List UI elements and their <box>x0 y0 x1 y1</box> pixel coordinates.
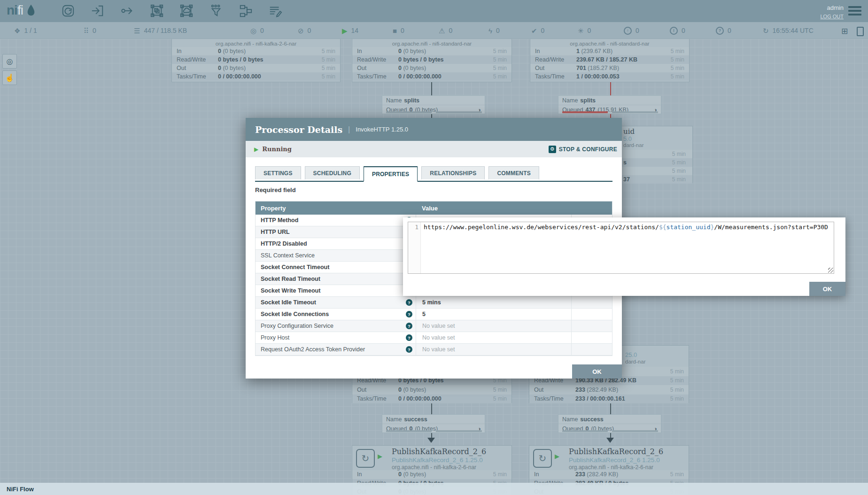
backpressure-object-bar <box>562 111 608 113</box>
editor-code[interactable]: https://www.pegelonline.wsv.de/webservic… <box>421 222 834 273</box>
property-row[interactable]: Socket Idle Connections?5 <box>256 309 612 320</box>
tab-properties[interactable]: PROPERTIES <box>364 166 418 182</box>
status-transmitting: ◎0 <box>250 22 264 39</box>
gear-icon: ⚙ <box>549 146 556 153</box>
run-status-label: Running <box>262 146 292 153</box>
property-value[interactable]: No value set <box>416 332 571 343</box>
global-menu-button[interactable] <box>848 6 861 17</box>
process-group-drag-icon[interactable] <box>150 4 164 18</box>
property-name: Socket Idle Timeout <box>261 299 406 306</box>
status-locally-modified-stale: !0 <box>670 22 685 39</box>
processor-title-fragment: uid <box>623 127 635 136</box>
backpressure-size-bar <box>436 111 482 113</box>
logout-link[interactable]: LOG OUT <box>820 14 844 19</box>
dialog-title-divider: | <box>348 125 350 134</box>
property-name: Proxy Configuration Service <box>261 323 406 329</box>
stat-row: Read/Write239.67 KB / 185.27 KB5 min <box>530 55 689 64</box>
connection-label[interactable]: NamesuccessQueued0(0 bytes)◑ <box>382 414 485 433</box>
property-row[interactable]: Request OAuth2 Access Token Provider?No … <box>256 344 612 356</box>
connection-label[interactable]: NamesplitsQueued0(0 bytes)◑ <box>382 95 485 114</box>
running-icon: ▶ <box>555 453 559 460</box>
nifi-application: ◎ ☝ org.apache.nifi - nifi-kafka-2-6-nar… <box>0 0 868 495</box>
tab-relationships[interactable]: RELATIONSHIPS <box>421 166 485 179</box>
processor-drag-icon[interactable] <box>61 4 75 18</box>
dialog-header: Processor Details | InvokeHTTP 1.25.0 <box>246 118 622 141</box>
status-sync-failure: ?0 <box>716 22 731 39</box>
property-value[interactable]: 5 mins <box>416 297 571 308</box>
help-icon[interactable]: ? <box>406 299 412 306</box>
help-icon[interactable]: ? <box>406 334 412 341</box>
processor-bundle: org.apache.nifi - nifi-kafka-2-6-nar <box>569 464 653 471</box>
status-stale: ↑0 <box>624 22 639 39</box>
stat-row: Tasks/Time0 / 00:00:00.0005 min <box>352 394 512 404</box>
dialog-ok-button[interactable]: OK <box>572 364 622 379</box>
editor-resize-handle[interactable] <box>828 268 833 273</box>
popup-ok-button[interactable]: OK <box>809 282 845 296</box>
tab-settings[interactable]: SETTINGS <box>255 166 301 179</box>
property-value[interactable]: No value set <box>416 356 571 356</box>
status-up-to-date-count: 0 <box>541 27 545 34</box>
navigate-palette-button[interactable]: ◎ <box>2 54 17 69</box>
tab-scheduling[interactable]: SCHEDULING <box>305 166 360 179</box>
stat-row: Out233 (282.49 KB)5 min <box>529 385 689 394</box>
template-drag-icon[interactable] <box>239 4 253 18</box>
status-cluster-count: 1 / 1 <box>24 27 37 34</box>
el-open: ${ <box>659 224 666 231</box>
connection-label[interactable]: NamesuccessQueued0(0 bytes)◑ <box>558 414 661 433</box>
connection-arrowhead <box>606 438 614 443</box>
stat-row: Tasks/Time0 / 00:00:00.0005 min <box>352 72 512 81</box>
value-editor[interactable]: 1 https://www.pegelonline.wsv.de/webserv… <box>408 222 834 274</box>
property-row[interactable]: Proxy Configuration Service?No value set <box>256 320 612 332</box>
funnel-drag-icon[interactable] <box>209 4 223 18</box>
status-locally-modified-stale-count: 0 <box>682 27 685 34</box>
property-value[interactable]: 5 <box>416 309 571 320</box>
help-icon[interactable]: ? <box>406 346 412 353</box>
property-row[interactable]: Proxy Host?No value set <box>256 332 612 344</box>
processor-bundle-fragment: dard-nar <box>623 142 643 148</box>
breadcrumb[interactable]: NiFi Flow <box>7 486 34 493</box>
stopped-icon: ■ <box>393 27 397 34</box>
queued-list-icon: ☰ <box>134 27 140 34</box>
property-value[interactable]: No value set <box>416 344 571 355</box>
status-threads-grid-count: 0 <box>93 27 96 34</box>
processor-node[interactable]: org.apache.nifi - nifi-kafka-2-6-narIn0 … <box>171 39 341 82</box>
disabled-icon: ϟ <box>488 27 492 34</box>
connection-arrowhead <box>427 438 435 443</box>
birdseye-icon[interactable]: ⊞ <box>841 26 848 36</box>
nifi-logo: nifi <box>7 3 36 18</box>
property-row[interactable]: Request Username?No value set <box>256 356 612 356</box>
label-drag-icon[interactable] <box>268 4 282 18</box>
status-up-to-date: ✔0 <box>531 22 544 39</box>
processor-node[interactable]: org.apache.nifi - nifi-standard-narIn1 (… <box>530 39 690 82</box>
backpressure-size-bar <box>612 111 658 113</box>
stat-row: Out0 (0 bytes)5 min <box>352 385 512 394</box>
status-bar: ❖1 / 1⠿0☰447 / 118.5 KB◎0⊘0▶14■0⚠0ϟ0✔0✳0… <box>0 22 868 39</box>
input-port-drag-icon[interactable] <box>91 4 105 18</box>
tab-comments[interactable]: COMMENTS <box>488 166 539 179</box>
up-to-date-icon: ✔ <box>531 27 537 34</box>
output-port-drag-icon[interactable] <box>120 4 134 18</box>
remote-process-group-drag-icon[interactable] <box>179 4 194 18</box>
status-invalid-count: 0 <box>449 27 452 34</box>
operate-palette-button[interactable]: ☝ <box>2 70 17 85</box>
logo-text-light: fi <box>17 3 23 17</box>
property-name: HTTP Method <box>261 217 406 224</box>
property-column-header: Property <box>256 205 416 212</box>
device-icon[interactable] <box>857 27 864 36</box>
locally-modified-stale-icon: ! <box>670 27 678 35</box>
url-post: /W/measurements.json?start=P30D <box>714 224 828 231</box>
stop-and-configure-button[interactable]: ⚙ STOP & CONFIGURE <box>549 146 617 153</box>
property-value[interactable]: No value set <box>416 320 571 332</box>
help-icon[interactable]: ? <box>406 323 412 329</box>
user-block: admin LOG OUT <box>820 3 844 19</box>
processor-node[interactable]: org.apache.nifi - nifi-standard-narIn0 (… <box>352 39 512 82</box>
refresh-icon[interactable]: ↻ <box>763 27 769 34</box>
property-name: Socket Idle Connections <box>261 311 406 317</box>
property-name: SSL Context Service <box>261 252 406 259</box>
property-name: Socket Connect Timeout <box>261 264 406 271</box>
connection-label[interactable]: NamesplitsQueued437(115.91 KB)◑ <box>558 95 661 114</box>
running-icon: ▶ <box>254 146 258 153</box>
property-row[interactable]: Socket Idle Timeout?5 mins <box>256 297 612 309</box>
status-stale-count: 0 <box>636 27 639 34</box>
help-icon[interactable]: ? <box>406 311 412 317</box>
